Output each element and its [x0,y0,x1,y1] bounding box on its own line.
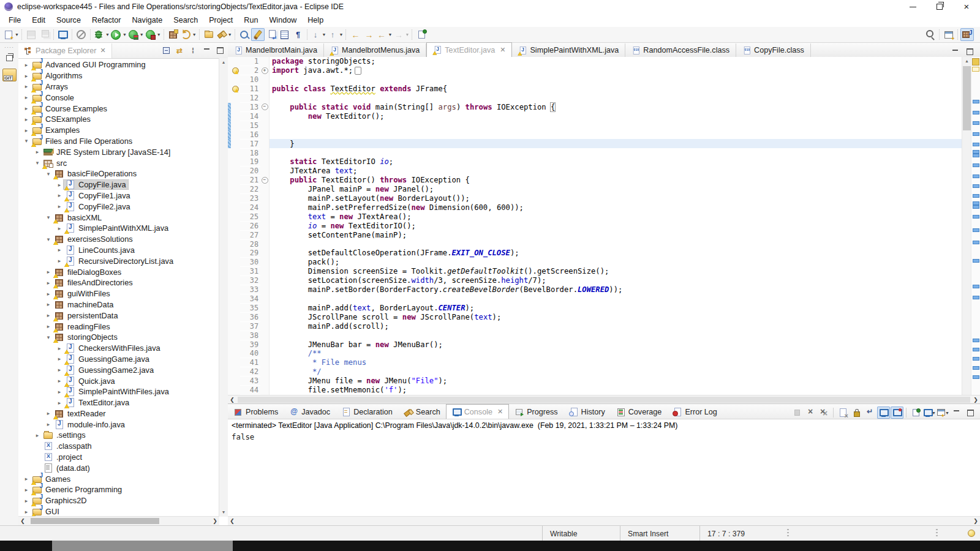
tree-item-machinedata[interactable]: ▸machineData [18,299,219,310]
expand-arrow-icon[interactable]: ▸ [22,116,31,122]
tree-item-project[interactable]: .project [18,452,219,463]
occurrence-marker[interactable] [973,184,979,188]
dropdown-arrow-icon[interactable]: ▼ [945,411,949,415]
code-line-32[interactable]: 32 setLocation(screenSize.width/3, scree… [228,276,962,285]
view-tab-error-log[interactable]: Error Log [667,405,723,419]
dropdown-arrow-icon[interactable]: ▼ [140,32,144,37]
occurrence-marker[interactable] [973,259,979,263]
expand-arrow-icon[interactable]: ▸ [22,127,31,133]
occurrence-marker[interactable] [973,339,979,342]
expand-arrow-icon[interactable]: ▸ [55,400,64,406]
tree-item-algorithms[interactable]: ▸Algorithms [18,70,219,81]
open-type-button[interactable] [202,28,216,41]
clear-console-button[interactable] [837,407,850,419]
collapse-arrow-icon[interactable]: ▾ [22,138,31,144]
dropdown-arrow-icon[interactable]: ▼ [228,32,232,37]
search-flashlight-button[interactable]: ▼ [216,28,233,41]
code-line-28[interactable]: 28 [228,239,962,249]
overview-ruler[interactable] [971,57,980,395]
occurrence-marker[interactable] [973,215,979,219]
debug-button[interactable]: ▼ [93,28,110,41]
forward-button[interactable]: ▼ [393,28,410,41]
editor-tab-mandelbrotmain-java[interactable]: MandelbrotMain.java [228,43,324,57]
tree-item-simplepaintwithfiles-java[interactable]: ▸SimplePaintWithFiles.java [18,386,219,397]
expand-arrow-icon[interactable]: ▸ [55,247,64,253]
tree-item-csexamples[interactable]: ▸CSExamples [18,114,219,125]
occurrence-marker[interactable] [973,348,979,351]
expand-fold-icon[interactable]: + [262,67,268,74]
tree-item-src[interactable]: ▾src [18,157,219,168]
view-tab-problems[interactable]: Problems [228,405,284,419]
view-tab-coverage[interactable]: Coverage [611,405,668,419]
show-on-stderr-button[interactable] [891,407,903,419]
fold-column[interactable]: − [260,176,270,185]
code-line-24[interactable]: 24 mainP.setPreferredSize(new Dimension(… [228,203,962,212]
occurrence-marker[interactable] [973,296,979,299]
dropdown-arrow-icon[interactable]: ▼ [322,32,326,37]
tree-item-filesanddirectories[interactable]: ▸filesAndDirectories [18,277,219,288]
tree-item-guessinggame2-java[interactable]: ▸GuessingGame2.java [18,364,219,375]
tree-item-quick-java[interactable]: ▸Quick.java [18,375,219,386]
scroll-lock-button[interactable] [850,407,863,419]
tree-item-copyfile2-java[interactable]: ▸CopyFile2.java [18,201,219,212]
view-tab-console[interactable]: Console✕ [446,404,509,419]
editor-tab-copyfile-class[interactable]: CopyFile.class [736,43,811,57]
occurrence-marker[interactable] [973,194,979,198]
code-line-15[interactable]: 15 [228,121,962,130]
remove-all-terminated-button[interactable] [818,407,831,419]
display-selected-console-button[interactable]: ▼ [923,407,936,419]
expand-arrow-icon[interactable]: ▸ [55,258,64,264]
occurrence-marker[interactable] [973,205,979,209]
overview-warning-marker[interactable] [972,67,979,72]
maximize-view-button[interactable] [214,45,225,56]
tree-item-examples[interactable]: ▸Examples [18,125,219,136]
code-line-38[interactable]: 38 [228,331,962,340]
remove-launch-button[interactable] [804,407,817,419]
tab-package-explorer[interactable]: Package Explorer ✕ [18,43,112,58]
code-line-36[interactable]: 36 JScrollPane scroll = new JScrollPane(… [228,312,962,321]
tree-item-copyfile-java[interactable]: ▸CopyFile.java [18,179,219,190]
expand-arrow-icon[interactable]: ▸ [44,323,53,329]
editor-tab-simplepaintwithxml-java[interactable]: SimplePaintWithXML.java [512,43,625,57]
scroll-right-arrow[interactable]: ❯ [971,518,980,524]
expand-arrow-icon[interactable]: ▸ [22,62,31,68]
code-line-37[interactable]: 37 mainP.add(scroll); [228,321,962,331]
code-line-26[interactable]: 26 io = new TextEditorIO(); [228,221,962,230]
expand-arrow-icon[interactable]: ▸ [44,301,53,307]
status-lightbulb-icon[interactable] [968,530,975,537]
expand-arrow-icon[interactable]: ▸ [44,280,53,286]
explorer-horizontal-scrollbar[interactable]: ❮ ❯ [18,516,219,525]
back-button[interactable]: ▼ [375,28,393,41]
expand-arrow-icon[interactable]: ▸ [44,269,53,275]
coverage-button[interactable]: ▼ [127,28,145,41]
expand-arrow-icon[interactable]: ▸ [22,83,31,89]
close-window-button[interactable]: × [953,0,980,13]
occurrence-marker[interactable] [973,163,979,167]
expand-arrow-icon[interactable]: ▸ [22,105,31,111]
dropdown-arrow-icon[interactable]: ▼ [123,32,127,37]
overview-warning-marker[interactable] [972,58,979,66]
dropdown-arrow-icon[interactable]: ▼ [405,32,409,37]
code-line-43[interactable]: 43 JMenu file = new JMenu("File"); [228,377,962,386]
code-line-19[interactable]: 19 static TextEditorIO io; [228,157,962,167]
occurrence-marker[interactable] [973,154,979,157]
maximize-editor-button[interactable] [964,46,975,57]
occurrence-marker[interactable] [973,132,979,136]
collapse-fold-icon[interactable]: − [262,177,268,184]
menu-window[interactable]: Window [263,15,302,26]
occurrence-marker[interactable] [973,357,979,361]
dropdown-arrow-icon[interactable]: ▼ [192,32,197,37]
next-annotation-button[interactable]: ▼ [310,28,327,41]
java-perspective-button[interactable] [960,28,974,41]
expand-arrow-icon[interactable]: ▸ [22,498,31,504]
collapse-arrow-icon[interactable]: ▾ [44,214,53,220]
tree-item-classpath[interactable]: .classpath [18,441,219,452]
scroll-left-arrow[interactable]: ❮ [18,518,27,524]
quick-search-button[interactable] [924,28,937,41]
tree-item-arrays[interactable]: ▸Arrays [18,81,219,92]
tree-item-module-info-java[interactable]: ▸module-info.java [18,419,219,430]
restore-view-button[interactable] [6,55,13,61]
build-all-button[interactable]: ▼ [180,28,197,41]
fold-column[interactable]: − [260,103,270,112]
occurrence-marker[interactable] [973,121,979,125]
